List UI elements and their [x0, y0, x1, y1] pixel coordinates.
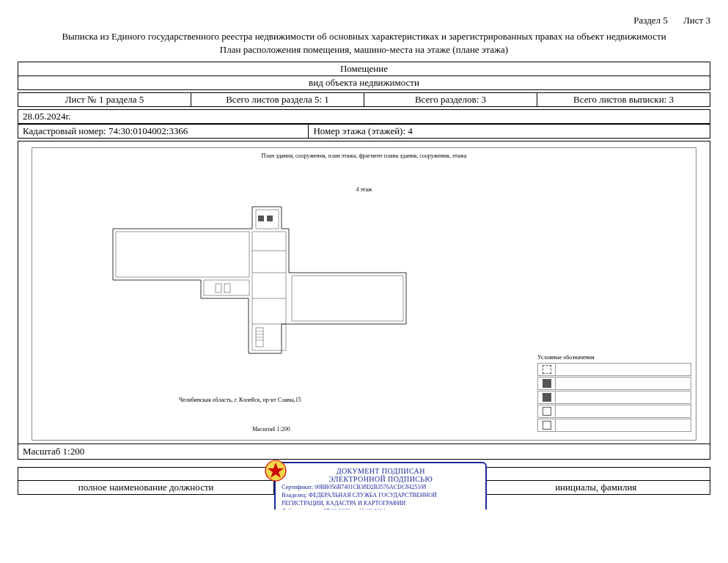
svg-rect-0	[258, 216, 264, 221]
stamp-owner: Владелец: ФЕДЕРАЛЬНАЯ СЛУЖБА ГОСУДАРСТВЕ…	[282, 491, 479, 507]
initials-label: инициалы, фамилия	[482, 481, 710, 495]
page-header-right: Раздел 5 Лист 3	[18, 15, 710, 26]
cadastre-cell: Кадастровый номер: 74:30:0104002:3366	[18, 125, 309, 139]
legend-row	[537, 419, 691, 432]
plan-inner: План здания, сооружения, план этажа, фра…	[32, 147, 696, 441]
plan-legend: Условные обозначения	[537, 363, 691, 433]
svg-rect-3	[224, 284, 230, 292]
document-date: 28.05.2024г.	[18, 110, 710, 124]
total-sections: Всего разделов: 3	[364, 93, 537, 107]
signature-stamp: ДОКУМЕНТ ПОДПИСАН ЭЛЕКТРОННОЙ ПОДПИСЬЮ С…	[274, 462, 487, 509]
legend-row	[537, 363, 691, 376]
legend-row	[537, 405, 691, 418]
section-label: Раздел 5	[633, 15, 668, 26]
position-cell-top	[18, 468, 274, 481]
stamp-cert: Сертификат: 00BB056B7401CB38D2B3576ACDC8…	[282, 483, 479, 491]
svg-rect-1	[267, 216, 273, 221]
object-title: Помещение	[18, 62, 710, 76]
emblem-icon	[264, 459, 287, 482]
stamp-valid: Действителен: с 27.06.2023 по 19.09.2024	[282, 507, 479, 509]
document-subtitle: План расположения помещения, машино-мест…	[18, 44, 710, 56]
info-row-table: Лист № 1 раздела 5 Всего листов раздела …	[18, 92, 710, 107]
total-sheets-section: Всего листов раздела 5: 1	[191, 93, 364, 107]
svg-rect-2	[216, 284, 221, 292]
plan-caption: План здания, сооружения, план этажа, фра…	[32, 152, 696, 159]
initials-cell-top	[482, 468, 710, 481]
plan-scale-inner: Масштаб 1:200	[252, 426, 290, 433]
cadastre-label: Кадастровый номер:	[23, 125, 106, 136]
stamp-line1: ДОКУМЕНТ ПОДПИСАН	[282, 467, 479, 475]
floor-label: Номер этажа (этажей):	[313, 125, 405, 136]
plan-table: План здания, сооружения, план этажа, фра…	[18, 141, 710, 460]
legend-row	[537, 391, 691, 404]
floor-value: 4	[408, 125, 413, 136]
object-subtitle: вид объекта недвижимости	[18, 76, 710, 90]
stamp-cell: ДОКУМЕНТ ПОДПИСАН ЭЛЕКТРОННОЙ ПОДПИСЬЮ С…	[274, 468, 482, 495]
plan-address: Челябинская область, г. Копейск, пр-кт С…	[179, 397, 301, 403]
cadastre-value: 74:30:0104002:3366	[109, 125, 188, 136]
document-title: Выписка из Единого государственного реес…	[18, 31, 710, 43]
cadastre-table: Кадастровый номер: 74:30:0104002:3366 Но…	[18, 124, 710, 139]
stamp-line2: ЭЛЕКТРОННОЙ ПОДПИСЬЮ	[282, 475, 479, 483]
floor-cell: Номер этажа (этажей): 4	[309, 125, 710, 139]
sheet-of-section: Лист № 1 раздела 5	[18, 93, 191, 107]
total-sheets-extract: Всего листов выписки: 3	[537, 93, 710, 107]
date-table: 28.05.2024г.	[18, 109, 710, 124]
legend-title: Условные обозначения	[537, 354, 595, 361]
plan-cell: План здания, сооружения, план этажа, фра…	[18, 141, 710, 444]
floor-plan-drawing	[106, 199, 413, 361]
object-header-table: Помещение вид объекта недвижимости	[18, 62, 710, 90]
scale-cell: Масштаб 1:200	[18, 444, 710, 460]
legend-row	[537, 377, 691, 390]
plan-floor-label: 4 этаж	[32, 186, 696, 193]
sheet-label: Лист 3	[683, 15, 710, 26]
position-label: полное наименование должности	[18, 481, 274, 495]
signature-table: ДОКУМЕНТ ПОДПИСАН ЭЛЕКТРОННОЙ ПОДПИСЬЮ С…	[18, 467, 710, 495]
